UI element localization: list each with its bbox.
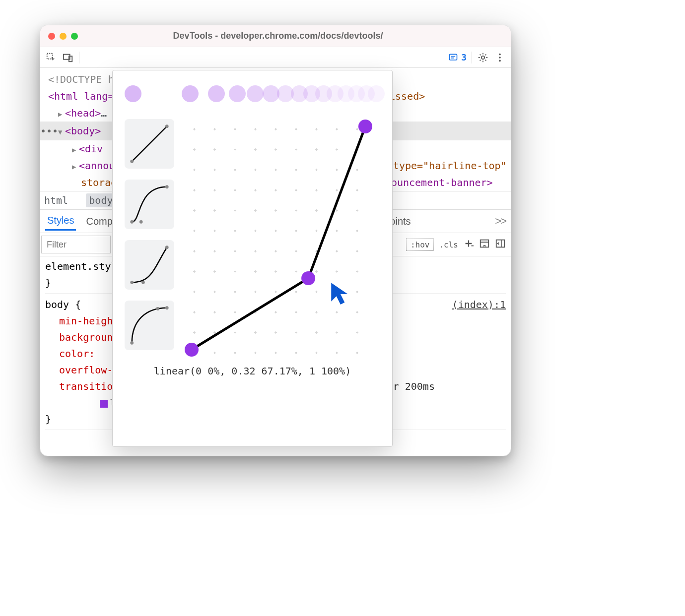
tab-styles[interactable]: Styles: [45, 212, 76, 231]
svg-point-19: [165, 185, 169, 188]
easing-grid[interactable]: [184, 119, 373, 357]
svg-line-14: [132, 126, 167, 162]
easing-editor-popup: linear(0 0%, 0.32 67.17%, 1 100%): [112, 70, 393, 447]
device-toolbar-icon[interactable]: [62, 52, 74, 63]
devtools-toolbar: 3: [40, 47, 511, 68]
svg-point-22: [165, 246, 169, 249]
window-title: DevTools - developer.chrome.com/docs/dev…: [53, 31, 503, 41]
preset-linear[interactable]: [125, 119, 174, 169]
svg-point-23: [130, 341, 134, 345]
preview-dot: [247, 85, 264, 102]
svg-rect-3: [450, 54, 457, 60]
cls-toggle[interactable]: .cls: [439, 240, 458, 249]
curve-handle[interactable]: [301, 271, 315, 285]
crumb-html[interactable]: html: [44, 194, 68, 206]
panel-icon[interactable]: [479, 238, 490, 251]
svg-point-25: [156, 307, 159, 310]
svg-point-16: [165, 124, 169, 128]
svg-point-17: [130, 220, 134, 224]
rule-source[interactable]: (index):1: [452, 297, 506, 313]
preset-ease-out[interactable]: [125, 301, 174, 350]
curve-handle[interactable]: [185, 343, 199, 357]
preview-dot: [208, 85, 225, 102]
gear-icon[interactable]: [477, 52, 489, 63]
divider: [443, 52, 443, 63]
easing-preview-track[interactable]: [125, 82, 380, 106]
divider: [79, 52, 79, 63]
easing-expression[interactable]: linear(0 0%, 0.32 67.17%, 1 100%): [125, 365, 380, 377]
easing-presets: [125, 119, 174, 357]
preset-ease-in[interactable]: [125, 240, 174, 290]
curve-handle[interactable]: [358, 120, 372, 133]
preview-dot: [368, 85, 385, 102]
devtools-window: DevTools - developer.chrome.com/docs/dev…: [40, 25, 511, 456]
svg-point-15: [130, 160, 134, 163]
svg-point-21: [141, 281, 145, 284]
tabs-overflow-icon[interactable]: >>: [495, 215, 506, 228]
inspect-icon[interactable]: [45, 52, 57, 63]
svg-point-7: [499, 53, 501, 55]
svg-point-24: [165, 306, 169, 309]
preview-dot: [229, 85, 246, 102]
toggle-sidebar-icon[interactable]: [495, 238, 506, 251]
issues-badge[interactable]: 3: [448, 52, 467, 62]
preset-ease-in-out[interactable]: [125, 180, 174, 229]
preview-dot: [182, 85, 199, 102]
easing-curve[interactable]: [184, 119, 373, 357]
styles-filter-input[interactable]: [41, 236, 111, 253]
crumb-body[interactable]: body: [86, 193, 116, 207]
issues-count: 3: [461, 52, 467, 62]
svg-point-20: [130, 281, 134, 284]
preview-dot: [125, 85, 141, 102]
easing-swatch-icon[interactable]: [100, 400, 108, 408]
window-titlebar: DevTools - developer.chrome.com/docs/dev…: [40, 25, 511, 47]
divider: [472, 52, 472, 63]
svg-point-9: [499, 60, 501, 62]
svg-point-6: [481, 56, 484, 59]
svg-point-8: [499, 57, 501, 59]
hov-toggle[interactable]: :hov: [406, 239, 434, 251]
kebab-icon[interactable]: [494, 52, 506, 63]
svg-point-18: [139, 220, 143, 224]
new-rule-icon[interactable]: [463, 238, 474, 251]
